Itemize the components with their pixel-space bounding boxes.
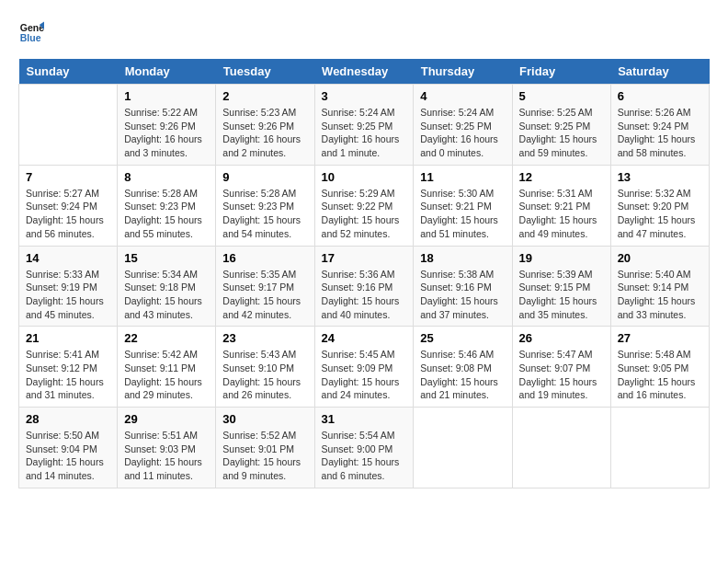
- col-header-monday: Monday: [118, 59, 216, 85]
- day-info: Sunrise: 5:36 AM Sunset: 9:16 PM Dayligh…: [322, 268, 407, 322]
- day-info: Sunrise: 5:39 AM Sunset: 9:15 PM Dayligh…: [519, 268, 604, 322]
- col-header-wednesday: Wednesday: [314, 59, 414, 85]
- day-cell: 25Sunrise: 5:46 AM Sunset: 9:08 PM Dayli…: [414, 327, 512, 408]
- day-cell: 18Sunrise: 5:38 AM Sunset: 9:16 PM Dayli…: [414, 246, 512, 327]
- day-info: Sunrise: 5:51 AM Sunset: 9:03 PM Dayligh…: [124, 429, 209, 483]
- day-number: 25: [420, 331, 505, 345]
- day-number: 21: [26, 331, 110, 345]
- page-header: General Blue: [18, 18, 710, 44]
- day-cell: 31Sunrise: 5:54 AM Sunset: 9:00 PM Dayli…: [314, 408, 414, 488]
- day-cell: 16Sunrise: 5:35 AM Sunset: 9:17 PM Dayli…: [216, 246, 314, 327]
- day-cell: 14Sunrise: 5:33 AM Sunset: 9:19 PM Dayli…: [19, 246, 118, 327]
- day-number: 2: [222, 89, 307, 103]
- col-header-sunday: Sunday: [19, 59, 118, 85]
- day-info: Sunrise: 5:46 AM Sunset: 9:08 PM Dayligh…: [420, 348, 505, 402]
- day-number: 18: [420, 251, 505, 265]
- day-cell: 26Sunrise: 5:47 AM Sunset: 9:07 PM Dayli…: [512, 327, 610, 408]
- day-info: Sunrise: 5:30 AM Sunset: 9:21 PM Dayligh…: [420, 187, 505, 241]
- day-cell: 4Sunrise: 5:24 AM Sunset: 9:25 PM Daylig…: [414, 85, 512, 166]
- day-number: 12: [519, 170, 604, 184]
- day-cell: 22Sunrise: 5:42 AM Sunset: 9:11 PM Dayli…: [118, 327, 216, 408]
- day-cell: 20Sunrise: 5:40 AM Sunset: 9:14 PM Dayli…: [610, 246, 709, 327]
- col-header-tuesday: Tuesday: [216, 59, 314, 85]
- day-number: 14: [26, 251, 110, 265]
- week-row-1: 1Sunrise: 5:22 AM Sunset: 9:26 PM Daylig…: [19, 85, 710, 166]
- day-cell: 27Sunrise: 5:48 AM Sunset: 9:05 PM Dayli…: [610, 327, 709, 408]
- day-number: 23: [222, 331, 307, 345]
- day-cell: 12Sunrise: 5:31 AM Sunset: 9:21 PM Dayli…: [512, 165, 610, 246]
- week-row-2: 7Sunrise: 5:27 AM Sunset: 9:24 PM Daylig…: [19, 165, 710, 246]
- day-info: Sunrise: 5:28 AM Sunset: 9:23 PM Dayligh…: [124, 187, 209, 241]
- day-number: 17: [322, 251, 407, 265]
- day-number: 29: [124, 412, 209, 426]
- day-number: 3: [322, 89, 407, 103]
- day-cell: 21Sunrise: 5:41 AM Sunset: 9:12 PM Dayli…: [19, 327, 118, 408]
- day-cell: [512, 408, 610, 488]
- day-cell: 1Sunrise: 5:22 AM Sunset: 9:26 PM Daylig…: [118, 85, 216, 166]
- day-info: Sunrise: 5:23 AM Sunset: 9:26 PM Dayligh…: [222, 106, 307, 160]
- col-header-saturday: Saturday: [610, 59, 709, 85]
- day-cell: 19Sunrise: 5:39 AM Sunset: 9:15 PM Dayli…: [512, 246, 610, 327]
- day-info: Sunrise: 5:35 AM Sunset: 9:17 PM Dayligh…: [222, 268, 307, 322]
- day-number: 27: [618, 331, 702, 345]
- day-cell: 7Sunrise: 5:27 AM Sunset: 9:24 PM Daylig…: [19, 165, 118, 246]
- day-number: 5: [519, 89, 604, 103]
- day-info: Sunrise: 5:40 AM Sunset: 9:14 PM Dayligh…: [618, 268, 702, 322]
- day-number: 7: [26, 170, 110, 184]
- day-cell: 24Sunrise: 5:45 AM Sunset: 9:09 PM Dayli…: [314, 327, 414, 408]
- day-cell: [610, 408, 709, 488]
- day-number: 22: [124, 331, 209, 345]
- day-number: 6: [618, 89, 702, 103]
- day-cell: 11Sunrise: 5:30 AM Sunset: 9:21 PM Dayli…: [414, 165, 512, 246]
- day-cell: 3Sunrise: 5:24 AM Sunset: 9:25 PM Daylig…: [314, 85, 414, 166]
- day-cell: 29Sunrise: 5:51 AM Sunset: 9:03 PM Dayli…: [118, 408, 216, 488]
- logo: General Blue: [18, 18, 48, 44]
- day-info: Sunrise: 5:38 AM Sunset: 9:16 PM Dayligh…: [420, 268, 505, 322]
- day-cell: 30Sunrise: 5:52 AM Sunset: 9:01 PM Dayli…: [216, 408, 314, 488]
- day-info: Sunrise: 5:52 AM Sunset: 9:01 PM Dayligh…: [222, 429, 307, 483]
- day-cell: 2Sunrise: 5:23 AM Sunset: 9:26 PM Daylig…: [216, 85, 314, 166]
- day-info: Sunrise: 5:29 AM Sunset: 9:22 PM Dayligh…: [322, 187, 407, 241]
- day-number: 28: [26, 412, 110, 426]
- day-cell: 9Sunrise: 5:28 AM Sunset: 9:23 PM Daylig…: [216, 165, 314, 246]
- day-info: Sunrise: 5:25 AM Sunset: 9:25 PM Dayligh…: [519, 106, 604, 160]
- day-info: Sunrise: 5:34 AM Sunset: 9:18 PM Dayligh…: [124, 268, 209, 322]
- day-cell: 23Sunrise: 5:43 AM Sunset: 9:10 PM Dayli…: [216, 327, 314, 408]
- day-info: Sunrise: 5:43 AM Sunset: 9:10 PM Dayligh…: [222, 348, 307, 402]
- col-header-friday: Friday: [512, 59, 610, 85]
- day-cell: 28Sunrise: 5:50 AM Sunset: 9:04 PM Dayli…: [19, 408, 118, 488]
- svg-text:Blue: Blue: [20, 32, 41, 43]
- day-number: 26: [519, 331, 604, 345]
- day-info: Sunrise: 5:27 AM Sunset: 9:24 PM Dayligh…: [26, 187, 110, 241]
- day-info: Sunrise: 5:28 AM Sunset: 9:23 PM Dayligh…: [222, 187, 307, 241]
- day-number: 4: [420, 89, 505, 103]
- day-info: Sunrise: 5:45 AM Sunset: 9:09 PM Dayligh…: [322, 348, 407, 402]
- day-info: Sunrise: 5:31 AM Sunset: 9:21 PM Dayligh…: [519, 187, 604, 241]
- day-cell: [414, 408, 512, 488]
- week-row-4: 21Sunrise: 5:41 AM Sunset: 9:12 PM Dayli…: [19, 327, 710, 408]
- day-info: Sunrise: 5:24 AM Sunset: 9:25 PM Dayligh…: [322, 106, 407, 160]
- day-number: 8: [124, 170, 209, 184]
- day-cell: 13Sunrise: 5:32 AM Sunset: 9:20 PM Dayli…: [610, 165, 709, 246]
- day-cell: 5Sunrise: 5:25 AM Sunset: 9:25 PM Daylig…: [512, 85, 610, 166]
- day-cell: 10Sunrise: 5:29 AM Sunset: 9:22 PM Dayli…: [314, 165, 414, 246]
- week-row-3: 14Sunrise: 5:33 AM Sunset: 9:19 PM Dayli…: [19, 246, 710, 327]
- day-cell: 17Sunrise: 5:36 AM Sunset: 9:16 PM Dayli…: [314, 246, 414, 327]
- day-number: 19: [519, 251, 604, 265]
- logo-icon: General Blue: [18, 18, 44, 44]
- col-header-thursday: Thursday: [414, 59, 512, 85]
- day-number: 10: [322, 170, 407, 184]
- day-cell: 15Sunrise: 5:34 AM Sunset: 9:18 PM Dayli…: [118, 246, 216, 327]
- day-number: 15: [124, 251, 209, 265]
- day-number: 11: [420, 170, 505, 184]
- day-number: 31: [322, 412, 407, 426]
- day-info: Sunrise: 5:41 AM Sunset: 9:12 PM Dayligh…: [26, 348, 110, 402]
- day-info: Sunrise: 5:24 AM Sunset: 9:25 PM Dayligh…: [420, 106, 505, 160]
- day-number: 16: [222, 251, 307, 265]
- day-number: 30: [222, 412, 307, 426]
- day-info: Sunrise: 5:42 AM Sunset: 9:11 PM Dayligh…: [124, 348, 209, 402]
- day-number: 24: [322, 331, 407, 345]
- day-cell: [19, 85, 118, 166]
- day-info: Sunrise: 5:47 AM Sunset: 9:07 PM Dayligh…: [519, 348, 604, 402]
- day-number: 9: [222, 170, 307, 184]
